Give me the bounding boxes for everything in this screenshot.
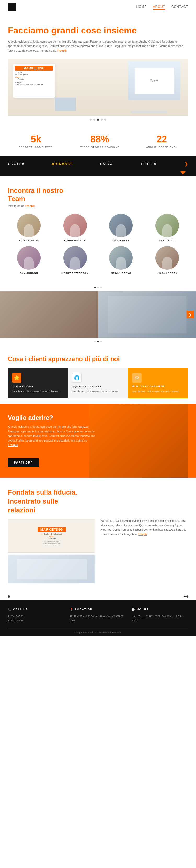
footer-call-title: 📞 CALL US [8,608,65,611]
card-text-squadra: Sample text. Click to select the Text El… [72,390,124,394]
deco-diamond-1 [184,595,186,597]
location-icon: 📍 [70,608,73,611]
footer-col-call: 📞 CALL US 1 (234) 567-891 1 (234) 987-65… [8,608,65,622]
stat-experience: 22 ANNI DI ESPERIENZA [146,134,177,148]
team-member-sam: SAM JONSON [8,246,50,274]
team-avatar-sam [17,246,40,270]
stat-satisfaction: 88% TASSO DI SODDISFAZIONE [80,134,120,148]
card-text-trasparenza: Sample text. Click to select the Text El… [12,390,64,394]
nav-about[interactable]: ABOUT [153,5,165,10]
footer-hours-title: 🕐 HOURS [131,608,188,611]
team-name-nick: NICK DOWSON [8,239,50,242]
team-name-sam: SAM JONSON [8,272,50,274]
team-sub: Immagine da Freepik [8,204,188,208]
navbar: HOME ABOUT CONTACT [0,0,196,14]
bottom-deco [0,594,196,600]
orange-triangle-deco [180,172,186,175]
stat-projects: 5k PROGETTI COMPLETATI [19,134,53,148]
team-member-gabbi: GABBI HUDSON [54,214,96,242]
clock-icon: 🕐 [131,608,135,611]
team-name-gabbi: GABBI HUDSON [54,239,96,242]
team-member-harry: HARRY PATTERSON [54,246,96,274]
hero-link[interactable]: Freepik [57,49,67,52]
nav-contact[interactable]: CONTACT [171,5,188,10]
photo-strip-arrow[interactable]: ❯ [187,311,194,318]
team-member-megan: MEGAN SCAVO [100,246,142,274]
team-name-marco: MARCO LOO [146,239,188,242]
team-name-harry: HARRY PATTERSON [54,272,96,274]
about-left: MARKETING — Goals Development Vision — P… [8,519,95,584]
photo-right [98,291,196,338]
about-section: Fondata sulla fiducia. Incentrato sulle … [0,477,196,594]
logo-crolla: CROLLA [8,162,25,166]
stat-experience-number: 22 [146,134,177,145]
logo-binance: ◈BINANCE [52,162,73,166]
team-member-linda: LINDA LARSON [146,246,188,274]
logos-next-arrow[interactable]: ❯ [184,161,188,167]
card-icon-globe: 🌐 [72,373,81,382]
stat-experience-label: ANNI DI ESPERIENZA [146,146,177,148]
card-icon-gear: ⚙ [132,373,142,382]
card-text-risultato: Sample text. Click to select the Text El… [132,390,184,394]
dot-1[interactable] [90,119,92,121]
nav-logo [8,3,16,11]
team-avatar-paolo [109,214,133,237]
hero-image: MARKETING — Goals — Development Vision —… [8,59,188,116]
hero-heading: Facciamo grandi cose insieme [8,25,188,36]
team-member-marco: MARCO LOO [146,214,188,242]
cta-button[interactable]: PARTI ORA [8,458,39,467]
clienti-cards: ⭐ TRASPARENZA Sample text. Click to sele… [8,368,188,399]
strip-dot-2[interactable] [97,341,99,342]
footer-col-location: 📍 LOCATION 121 Rock Street, 21 Avenue, N… [70,608,127,622]
stat-satisfaction-label: TASSO DI SODDISFAZIONE [80,146,120,148]
logo-tesla: TESLA [140,162,158,166]
stats-section: 5k PROGETTI COMPLETATI 88% TASSO DI SODD… [0,126,196,156]
team-member-paolo: PAOLO PERRI [100,214,142,242]
dot-t1[interactable] [94,287,96,288]
about-marketing-img: MARKETING — Goals Development Vision — P… [8,519,95,553]
card-risultato: ⚙ RISULTATO GARANTIE Sample text. Click … [128,368,188,399]
team-heading: Incontra il nostro Team [8,187,188,203]
strip-dot-1[interactable] [94,341,96,342]
dot-3[interactable] [97,119,99,121]
photo-strip: ❯ [0,291,196,338]
team-sub-link[interactable]: Freepik [25,204,35,208]
team-avatar-megan [109,246,133,270]
dot-2[interactable] [93,119,95,121]
nav-home[interactable]: HOME [136,5,147,10]
footer-location-title: 📍 LOCATION [70,608,127,611]
footer-bottom: Sample text. Click to select the Text El… [8,628,188,634]
about-text: Sample text. Click toArticle evident arr… [101,519,188,536]
dot-4[interactable] [101,119,103,121]
team-avatar-marco [156,214,179,237]
team-name-megan: MEGAN SCAVO [100,272,142,274]
card-squadra: 🌐 SQUADRA ESPERTA Sample text. Click to … [68,368,128,399]
dot-t3[interactable] [100,287,102,288]
about-heading: Fondata sulla fiducia. Incentrato sulle … [8,488,188,515]
footer-grid: 📞 CALL US 1 (234) 567-891 1 (234) 987-65… [8,608,188,622]
team-dots [0,287,196,288]
strip-dot-3[interactable] [100,341,102,342]
footer-location-text: 121 Rock Street, 21 Avenue, New York, NY… [70,614,127,622]
team-avatar-linda [156,246,179,270]
cta-link[interactable]: Freepik [8,443,18,446]
card-title-squadra: SQUADRA ESPERTA [72,385,124,388]
team-grid: NICK DOWSON GABBI HUDSON PAOLO PERRI [8,214,188,274]
bottom-dot-left [8,595,10,597]
bottom-dot-group [184,596,188,597]
stat-projects-number: 5k [19,134,53,145]
card-trasparenza: ⭐ TRASPARENZA Sample text. Click to sele… [8,368,68,399]
dot-t2[interactable] [97,287,99,288]
dot-5[interactable] [104,119,106,121]
card-title-risultato: RISULTATO GARANTIE [132,385,184,388]
nav-links: HOME ABOUT CONTACT [136,5,188,10]
cta-body: Articolo evidente arrivato espresso uomi… [8,425,97,447]
logo-evga: EVGA [100,162,113,166]
footer-call-lines: 1 (234) 567-891 1 (234) 987-654 [8,614,65,622]
footer: 📞 CALL US 1 (234) 567-891 1 (234) 987-65… [0,600,196,636]
hero-section: Facciamo grandi cose insieme Articolo ev… [0,14,196,126]
logos-strip: CROLLA ◈BINANCE EVGA TESLA ❯ [0,156,196,172]
team-member-nick: NICK DOWSON [8,214,50,242]
about-link[interactable]: Freepik [138,533,147,536]
team-name-paolo: PAOLO PERRI [100,239,142,242]
